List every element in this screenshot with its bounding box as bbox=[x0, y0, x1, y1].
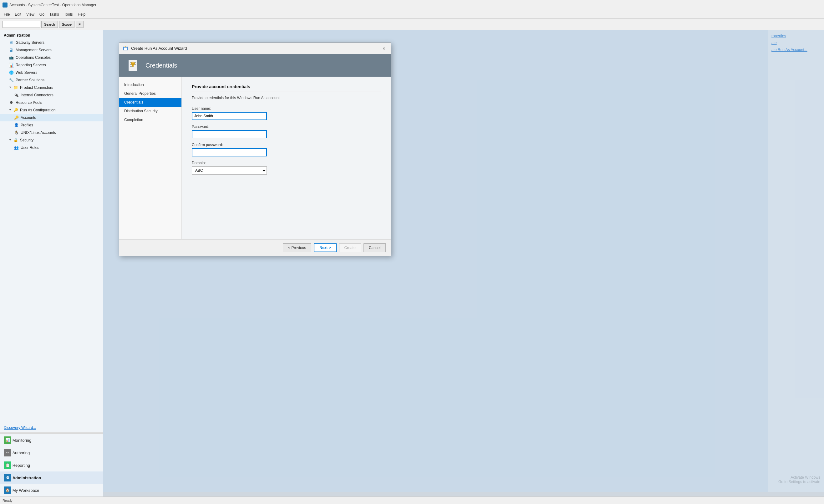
sidebar-item-label: Operations Consoles bbox=[16, 56, 51, 60]
next-button[interactable]: Next > bbox=[314, 243, 336, 252]
svg-point-9 bbox=[132, 62, 134, 64]
partner-icon: 🔧 bbox=[9, 78, 14, 83]
status-text: Ready bbox=[2, 499, 12, 502]
sidebar-item-profiles[interactable]: 👤 Profiles bbox=[0, 121, 103, 129]
sidebar-item-label: Accounts bbox=[21, 115, 36, 120]
sidebar-item-user-roles[interactable]: 👥 User Roles bbox=[0, 144, 103, 152]
wizard-step-credentials[interactable]: Credentials bbox=[119, 98, 182, 107]
dialog-header: Credentials bbox=[119, 54, 391, 77]
sidebar-item-label: User Roles bbox=[21, 145, 39, 150]
tree-toggle-icon: ▼ bbox=[9, 108, 12, 112]
create-button[interactable]: Create bbox=[339, 243, 361, 252]
sidebar-item-label: Security bbox=[20, 138, 33, 142]
nav-item-label: My Workspace bbox=[12, 488, 39, 493]
nav-item-label: Administration bbox=[12, 476, 41, 480]
server-icon: 🖥 bbox=[9, 40, 14, 45]
find-button[interactable]: F bbox=[76, 21, 84, 28]
sidebar-section-header: Administration bbox=[0, 31, 103, 39]
nav-item-reporting[interactable]: 📋 Reporting bbox=[0, 459, 103, 472]
dialog-footer: < Previous Next > Create Cancel bbox=[119, 239, 391, 256]
sidebar-item-web-servers[interactable]: 🌐 Web Servers bbox=[0, 69, 103, 76]
discovery-wizard-link[interactable]: Discovery Wizard... bbox=[0, 423, 103, 432]
dialog-close-button[interactable]: × bbox=[380, 45, 388, 52]
sidebar-item-unix-linux-accounts[interactable]: 🐧 UNIX/Linux Accounts bbox=[0, 129, 103, 136]
sidebar-item-resource-pools[interactable]: ⚙ Resource Pools bbox=[0, 99, 103, 106]
wizard-content-title: Provide account credentials bbox=[192, 84, 381, 89]
admin-icon: ⚙ bbox=[4, 474, 11, 482]
nav-item-administration[interactable]: ⚙ Administration bbox=[0, 472, 103, 484]
sidebar-item-product-connectors[interactable]: ▼ 📁 Product Connectors bbox=[0, 84, 103, 91]
wizard-content-description: Provide credentials for this Windows Run… bbox=[192, 96, 381, 100]
confirm-password-label: Confirm password: bbox=[192, 143, 381, 147]
search-input[interactable] bbox=[2, 21, 40, 28]
folder-icon: 📁 bbox=[13, 85, 18, 90]
connector-icon: 🔌 bbox=[14, 93, 19, 98]
menu-edit[interactable]: Edit bbox=[12, 11, 24, 17]
pool-icon: ⚙ bbox=[9, 100, 14, 105]
sidebar-item-partner-solutions[interactable]: 🔧 Partner Solutions bbox=[0, 76, 103, 84]
sidebar-item-security[interactable]: ▼ 🔒 Security bbox=[0, 136, 103, 144]
svg-rect-8 bbox=[132, 64, 133, 67]
nav-item-monitoring[interactable]: 📊 Monitoring bbox=[0, 434, 103, 446]
toolbar: Search Scope F bbox=[0, 19, 824, 30]
wizard-step-completion[interactable]: Completion bbox=[119, 115, 182, 124]
sidebar: Administration 🖥 Gateway Servers 🖥 Manag… bbox=[0, 30, 103, 497]
domain-label: Domain: bbox=[192, 161, 381, 165]
scope-button[interactable]: Scope bbox=[59, 21, 75, 28]
web-icon: 🌐 bbox=[9, 70, 14, 75]
menu-tools[interactable]: Tools bbox=[62, 11, 75, 17]
sidebar-item-management-servers[interactable]: 🖥 Management Servers bbox=[0, 46, 103, 54]
dialog-title-bar: Create Run As Account Wizard × bbox=[119, 43, 391, 54]
domain-select[interactable]: ABC DOMAIN1 DOMAIN2 bbox=[192, 167, 267, 175]
sidebar-item-run-as-config[interactable]: ▼ 🔑 Run As Configuration bbox=[0, 106, 103, 114]
menu-help[interactable]: Help bbox=[75, 11, 88, 17]
svg-rect-1 bbox=[124, 47, 127, 50]
sidebar-item-reporting-servers[interactable]: 📊 Reporting Servers bbox=[0, 61, 103, 69]
domain-field-group: Domain: ABC DOMAIN1 DOMAIN2 bbox=[192, 161, 381, 175]
wizard-step-distribution-security[interactable]: Distribution Security bbox=[119, 107, 182, 115]
unix-icon: 🐧 bbox=[14, 130, 19, 135]
profile-icon: 👤 bbox=[14, 123, 19, 128]
wizard-dialog: Create Run As Account Wizard × bbox=[119, 42, 391, 256]
tree-toggle-icon: ▼ bbox=[9, 138, 12, 142]
username-field-group: User name: bbox=[192, 106, 381, 120]
title-bar: Accounts - SystemCenterTest - Operations… bbox=[0, 0, 824, 10]
menu-tasks[interactable]: Tasks bbox=[47, 11, 62, 17]
password-input[interactable] bbox=[192, 130, 267, 138]
nav-item-authoring[interactable]: ✏ Authoring bbox=[0, 446, 103, 459]
confirm-password-input[interactable] bbox=[192, 148, 267, 157]
wizard-step-introduction[interactable]: Introduction bbox=[119, 80, 182, 89]
security-icon: 🔒 bbox=[13, 138, 18, 143]
sidebar-bottom-nav: 📊 Monitoring ✏ Authoring 📋 Reporting ⚙ A… bbox=[0, 434, 103, 497]
sidebar-item-operations-consoles[interactable]: 📺 Operations Consoles bbox=[0, 54, 103, 61]
app-icon bbox=[2, 2, 7, 7]
sidebar-item-internal-connectors[interactable]: 🔌 Internal Connectors bbox=[0, 91, 103, 99]
cancel-button[interactable]: Cancel bbox=[364, 243, 386, 252]
wizard-step-general-properties[interactable]: General Properties bbox=[119, 89, 182, 98]
sidebar-item-gateway-servers[interactable]: 🖥 Gateway Servers bbox=[0, 39, 103, 46]
previous-button[interactable]: < Previous bbox=[283, 243, 311, 252]
username-input[interactable] bbox=[192, 112, 267, 120]
sidebar-item-label: UNIX/Linux Accounts bbox=[21, 130, 56, 135]
search-button[interactable]: Search bbox=[41, 21, 58, 28]
nav-item-label: Reporting bbox=[12, 463, 30, 468]
authoring-icon: ✏ bbox=[4, 449, 11, 457]
sidebar-item-label: Run As Configuration bbox=[20, 108, 56, 112]
status-bar: Ready bbox=[0, 497, 824, 504]
monitoring-icon: 📊 bbox=[4, 436, 11, 444]
menu-file[interactable]: File bbox=[1, 11, 12, 17]
sidebar-nav: Administration 🖥 Gateway Servers 🖥 Manag… bbox=[0, 30, 103, 423]
sidebar-item-label: Profiles bbox=[21, 123, 33, 127]
username-label: User name: bbox=[192, 106, 381, 111]
monitor-icon: 📺 bbox=[9, 55, 14, 60]
wizard-content-divider bbox=[192, 91, 381, 91]
credentials-header-icon bbox=[125, 58, 140, 73]
sidebar-item-label: Internal Connectors bbox=[21, 93, 54, 97]
dialog-body: Introduction General Properties Credenti… bbox=[119, 77, 391, 239]
sidebar-item-label: Gateway Servers bbox=[16, 40, 44, 45]
sidebar-item-accounts[interactable]: 🔑 Accounts bbox=[0, 114, 103, 121]
nav-item-workspace[interactable]: 🏠 My Workspace bbox=[0, 484, 103, 497]
menu-go[interactable]: Go bbox=[37, 11, 47, 17]
menu-view[interactable]: View bbox=[24, 11, 37, 17]
accounts-icon: 🔑 bbox=[14, 115, 19, 120]
